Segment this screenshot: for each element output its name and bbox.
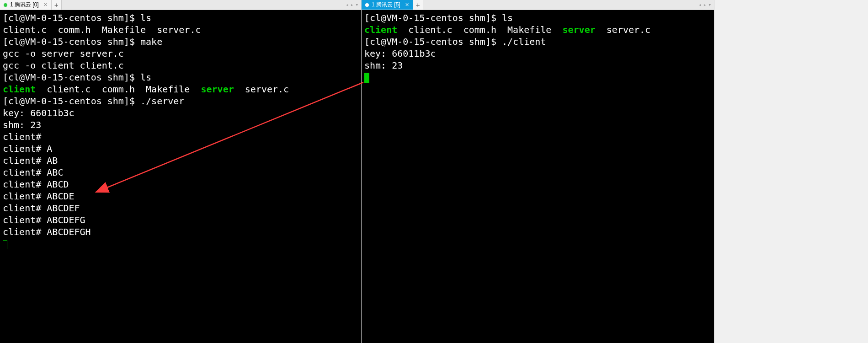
status-dot-icon	[365, 3, 369, 7]
cursor-icon	[3, 240, 7, 249]
tab-label: 1 腾讯云 [0]	[10, 1, 39, 9]
tab-next-icon[interactable]: ▸	[351, 2, 354, 8]
terminal-right[interactable]: [cl@VM-0-15-centos shm]$ ls client clien…	[362, 10, 714, 343]
tab-bar-right: 1 腾讯云 [5] ✕ + ◂ ▸ ▾	[362, 0, 714, 10]
add-tab-button[interactable]: +	[52, 0, 62, 10]
cursor-icon	[364, 73, 369, 83]
tab-right-0[interactable]: 1 腾讯云 [5] ✕	[362, 0, 413, 10]
terminal-left[interactable]: [cl@VM-0-15-centos shm]$ ls client.c com…	[0, 10, 361, 343]
tabbar-controls: ◂ ▸ ▾	[343, 0, 361, 10]
tab-next-icon[interactable]: ▸	[703, 2, 707, 8]
right-pane: 1 腾讯云 [5] ✕ + ◂ ▸ ▾ [cl@VM-0-15-centos s…	[362, 0, 714, 343]
tab-left-0[interactable]: 1 腾讯云 [0] ✕	[0, 0, 52, 10]
left-pane: 1 腾讯云 [0] ✕ + ◂ ▸ ▾ [cl@VM-0-15-centos s…	[0, 0, 362, 343]
add-tab-button[interactable]: +	[413, 0, 423, 10]
close-icon[interactable]: ✕	[43, 2, 48, 8]
tab-prev-icon[interactable]: ◂	[698, 2, 702, 8]
close-icon[interactable]: ✕	[405, 2, 409, 8]
tab-label: 1 腾讯云 [5]	[372, 1, 400, 9]
tab-menu-icon[interactable]: ▾	[708, 2, 711, 8]
tabbar-controls: ◂ ▸ ▾	[696, 0, 714, 10]
tab-prev-icon[interactable]: ◂	[346, 2, 349, 8]
tab-menu-icon[interactable]: ▾	[355, 2, 358, 8]
status-dot-icon	[4, 3, 7, 7]
tab-bar-left: 1 腾讯云 [0] ✕ + ◂ ▸ ▾	[0, 0, 361, 10]
